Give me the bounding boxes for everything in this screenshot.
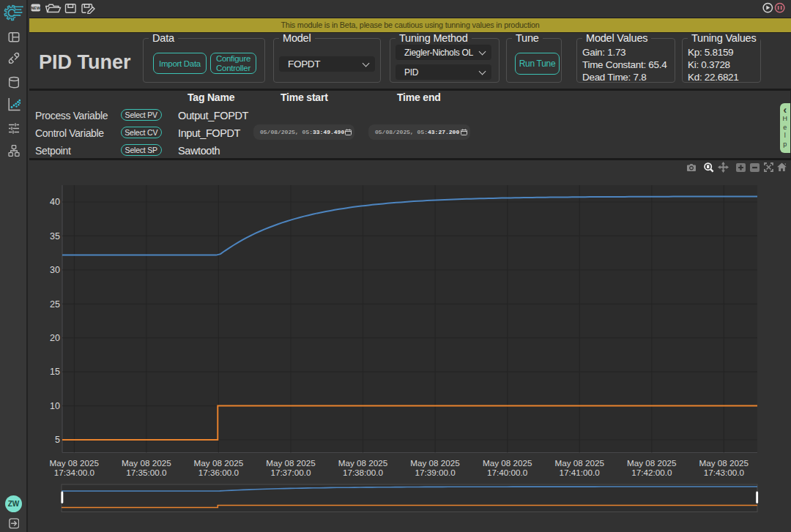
- svg-text:15: 15: [50, 367, 60, 377]
- svg-text:May 08 2025: May 08 2025: [194, 458, 244, 468]
- svg-text:30: 30: [50, 265, 60, 275]
- svg-text:17:41:00.0: 17:41:00.0: [560, 468, 601, 477]
- svg-text:25: 25: [50, 299, 60, 310]
- svg-text:40: 40: [50, 197, 60, 207]
- svg-text:17:43:00.0: 17:43:00.0: [704, 468, 745, 477]
- svg-text:May 08 2025: May 08 2025: [338, 458, 388, 468]
- svg-text:17:35:00.0: 17:35:00.0: [126, 468, 167, 477]
- svg-text:May 08 2025: May 08 2025: [554, 458, 604, 468]
- svg-text:May 08 2025: May 08 2025: [627, 458, 677, 468]
- svg-text:17:34:00.0: 17:34:00.0: [54, 468, 95, 477]
- svg-text:17:42:00.0: 17:42:00.0: [631, 468, 672, 477]
- svg-text:May 08 2025: May 08 2025: [699, 458, 749, 468]
- svg-text:17:37:00.0: 17:37:00.0: [270, 468, 311, 477]
- svg-text:May 08 2025: May 08 2025: [483, 458, 532, 468]
- svg-text:17:39:00.0: 17:39:00.0: [415, 468, 456, 477]
- svg-text:10: 10: [50, 401, 60, 411]
- svg-text:17:36:00.0: 17:36:00.0: [198, 468, 239, 477]
- svg-text:17:40:00.0: 17:40:00.0: [487, 468, 528, 477]
- svg-text:May 08 2025: May 08 2025: [50, 458, 100, 468]
- svg-text:May 08 2025: May 08 2025: [122, 458, 171, 468]
- svg-text:May 08 2025: May 08 2025: [410, 458, 460, 468]
- svg-text:35: 35: [50, 231, 60, 241]
- svg-text:20: 20: [50, 333, 60, 343]
- svg-text:May 08 2025: May 08 2025: [266, 458, 316, 468]
- svg-text:5: 5: [55, 435, 60, 445]
- svg-text:17:38:00.0: 17:38:00.0: [343, 468, 384, 477]
